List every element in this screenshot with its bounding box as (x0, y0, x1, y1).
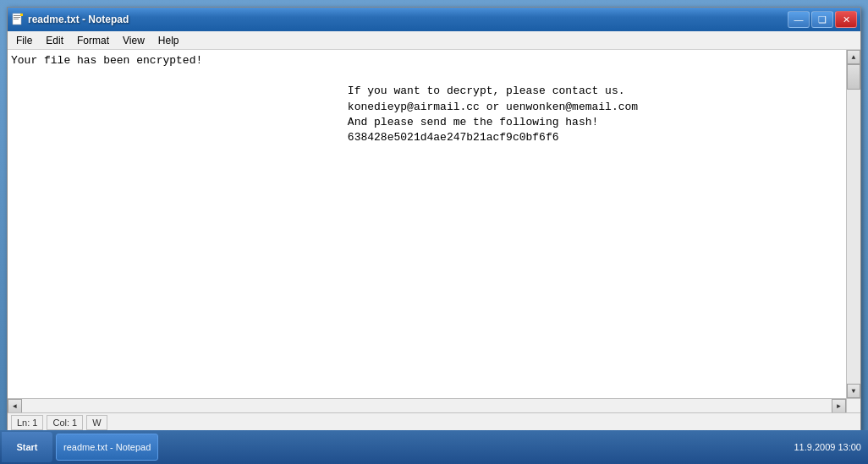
scroll-up-button[interactable]: ▲ (847, 50, 860, 64)
horizontal-scrollbar-container: ◄ ► (8, 398, 860, 412)
taskbar-time: 11.9.2009 13:00 (794, 442, 861, 452)
status-bar: Ln: 1 Col: 1 W (8, 412, 860, 431)
minimize-button[interactable]: — (788, 11, 810, 28)
taskbar-tray: 11.9.2009 13:00 (794, 442, 868, 452)
text-area-container: Your file has been encrypted! If you wan… (8, 50, 860, 398)
taskbar: Start readme.txt - Notepad 11.9.2009 13:… (0, 430, 868, 464)
menu-file-label: File (16, 35, 32, 46)
start-button[interactable]: Start (2, 432, 52, 462)
text-content[interactable]: Your file has been encrypted! If you wan… (8, 50, 846, 398)
menu-bar: File Edit Format View Help (8, 31, 860, 50)
window-title: readme.txt - Notepad (28, 14, 788, 25)
horizontal-scrollbar[interactable]: ◄ ► (8, 399, 846, 412)
svg-rect-3 (14, 19, 19, 19)
taskbar-item-label: readme.txt - Notepad (63, 442, 151, 452)
vertical-scrollbar[interactable]: ▲ ▼ (846, 50, 860, 398)
status-ln: Ln: 1 (11, 415, 43, 430)
status-col-text: Col: 1 (52, 418, 77, 428)
minimize-icon: — (794, 14, 804, 25)
title-bar: readme.txt - Notepad — ❑ ✕ (8, 8, 860, 31)
scroll-down-button[interactable]: ▼ (847, 384, 860, 398)
scroll-track-vertical[interactable] (847, 64, 860, 384)
restore-icon: ❑ (818, 14, 827, 25)
status-w-text: W (92, 418, 101, 428)
menu-view[interactable]: View (116, 33, 151, 48)
notepad-icon (11, 13, 25, 26)
close-icon: ✕ (843, 14, 850, 25)
title-bar-buttons: — ❑ ✕ (788, 11, 857, 28)
restore-button[interactable]: ❑ (811, 11, 833, 28)
svg-rect-1 (14, 15, 20, 16)
scroll-left-button[interactable]: ◄ (8, 399, 22, 413)
svg-rect-2 (14, 17, 20, 18)
menu-edit-label: Edit (46, 35, 63, 46)
close-button[interactable]: ✕ (835, 11, 857, 28)
scroll-thumb-vertical[interactable] (847, 64, 860, 90)
start-label: Start (16, 442, 37, 452)
status-w: W (86, 415, 107, 430)
status-ln-text: Ln: 1 (17, 418, 37, 428)
menu-edit[interactable]: Edit (39, 33, 70, 48)
menu-format[interactable]: Format (70, 33, 116, 48)
svg-rect-4 (20, 14, 23, 16)
scroll-corner (846, 399, 860, 413)
menu-help-label: Help (158, 35, 179, 46)
taskbar-notepad-item[interactable]: readme.txt - Notepad (56, 434, 158, 461)
menu-view-label: View (123, 35, 145, 46)
status-col: Col: 1 (47, 415, 83, 430)
menu-format-label: Format (77, 35, 109, 46)
notepad-window: readme.txt - Notepad — ❑ ✕ File Edit For… (7, 7, 861, 432)
menu-file[interactable]: File (9, 33, 39, 48)
menu-help[interactable]: Help (151, 33, 186, 48)
scroll-right-button[interactable]: ► (832, 399, 846, 413)
